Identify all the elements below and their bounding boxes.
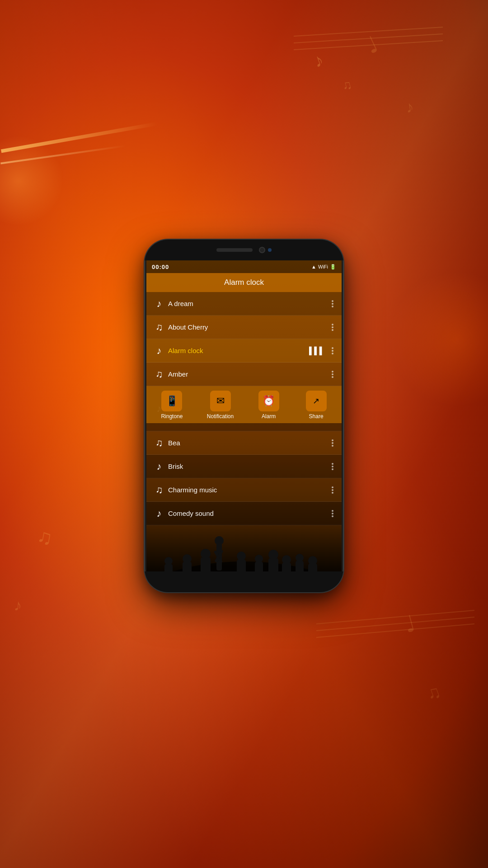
signal-icon: ▲ — [311, 264, 316, 269]
phone-camera — [259, 247, 265, 253]
alarm-label: Alarm — [262, 413, 276, 420]
status-time: 00:00 — [152, 264, 169, 270]
svg-rect-33 — [296, 561, 304, 571]
song-name: Brisk — [168, 462, 327, 470]
svg-point-22 — [215, 536, 224, 545]
ringtone-icon: 📱 — [166, 395, 178, 407]
svg-rect-27 — [255, 561, 263, 571]
phone-top-bar — [145, 240, 343, 260]
phone-screen: 00:00 ▲ WiFi 🔋 Alarm clock ♪ A dream — [146, 260, 342, 571]
song-item-charming-music[interactable]: ♫ Charming music — [146, 478, 342, 502]
alarm-option[interactable]: ⏰ Alarm — [256, 391, 281, 420]
note-icon: ♪ — [150, 345, 168, 357]
song-name-active: Alarm clock — [168, 347, 309, 354]
svg-rect-29 — [268, 558, 278, 571]
share-option[interactable]: ↗ Share — [304, 391, 328, 420]
song-item-amber[interactable]: ♫ Amber — [146, 363, 342, 386]
more-options-icon[interactable] — [327, 347, 338, 354]
phone-bottom-bar — [145, 571, 343, 592]
notification-option[interactable]: ✉ Notification — [207, 391, 234, 420]
song-item-ano[interactable]: ♪ Ano 📱 Ringtone ✉ — [146, 386, 342, 431]
svg-rect-25 — [237, 559, 246, 571]
song-item-alarm-clock[interactable]: ♪ Alarm clock ▌▌▌ — [146, 339, 342, 363]
note-icon: ♫ — [150, 321, 168, 333]
note-icon: ♫ — [150, 484, 168, 496]
svg-point-16 — [183, 554, 192, 563]
notification-icon-wrap: ✉ — [210, 391, 231, 411]
concert-image — [146, 525, 342, 571]
more-options-icon[interactable] — [327, 300, 338, 307]
song-name: Bea — [168, 439, 327, 447]
app-header: Alarm clock — [146, 273, 342, 292]
alarm-icon-wrap: ⏰ — [258, 391, 279, 411]
song-item-a-dream[interactable]: ♪ A dream — [146, 292, 342, 316]
song-name: Charming music — [168, 486, 327, 494]
more-options-icon[interactable] — [327, 324, 338, 331]
more-options-icon[interactable] — [327, 510, 338, 517]
ringtone-option[interactable]: 📱 Ringtone — [160, 391, 184, 420]
ringtone-label: Ringtone — [161, 413, 183, 420]
svg-point-26 — [237, 552, 246, 561]
share-icon: ↗ — [313, 396, 319, 406]
note-icon: ♪ — [150, 508, 168, 519]
svg-point-32 — [282, 555, 291, 564]
note-icon: ♪ — [150, 461, 168, 472]
status-bar: 00:00 ▲ WiFi 🔋 — [146, 260, 342, 273]
svg-point-34 — [296, 554, 304, 562]
svg-point-28 — [255, 555, 263, 563]
song-name: A dream — [168, 300, 327, 307]
song-item-bea[interactable]: ♫ Bea — [146, 431, 342, 455]
song-name: About Cherry — [168, 323, 327, 331]
note-icon: ♫ — [150, 437, 168, 449]
more-options-icon[interactable] — [327, 371, 338, 378]
svg-point-30 — [268, 550, 278, 560]
phone-sensor — [268, 248, 272, 252]
song-name: Comedy sound — [168, 509, 327, 517]
note-icon: ♪ — [150, 298, 168, 310]
svg-point-36 — [308, 556, 317, 565]
phone-speaker — [216, 248, 253, 252]
notification-icon: ✉ — [216, 395, 225, 407]
context-menu: 📱 Ringtone ✉ Notification ⏰ — [146, 386, 342, 423]
battery-icon: 🔋 — [330, 264, 336, 270]
phone-frame: 00:00 ▲ WiFi 🔋 Alarm clock ♪ A dream — [145, 240, 343, 592]
status-icons: ▲ WiFi 🔋 — [311, 264, 336, 270]
notification-label: Notification — [207, 413, 234, 420]
svg-rect-19 — [201, 557, 211, 571]
equalizer-icon: ▌▌▌ — [309, 347, 324, 355]
alarm-icon: ⏰ — [263, 395, 275, 407]
more-options-icon[interactable] — [327, 463, 338, 470]
share-label: Share — [309, 413, 324, 420]
share-icon-wrap: ↗ — [306, 391, 327, 411]
wifi-icon: WiFi — [318, 264, 328, 269]
song-item-comedy-sound[interactable]: ♪ Comedy sound — [146, 502, 342, 525]
song-item-about-cherry[interactable]: ♫ About Cherry — [146, 316, 342, 339]
ringtone-icon-wrap: 📱 — [161, 391, 182, 411]
song-name: Amber — [168, 370, 327, 378]
song-item-brisk[interactable]: ♪ Brisk — [146, 455, 342, 478]
song-list: ♪ A dream ♫ About Cherry ♪ — [146, 292, 342, 525]
more-options-icon[interactable] — [327, 486, 338, 494]
more-options-icon[interactable] — [327, 439, 338, 447]
svg-point-20 — [201, 549, 211, 559]
note-icon: ♫ — [150, 368, 168, 380]
svg-point-18 — [164, 557, 173, 565]
app-title: Alarm clock — [224, 278, 264, 287]
